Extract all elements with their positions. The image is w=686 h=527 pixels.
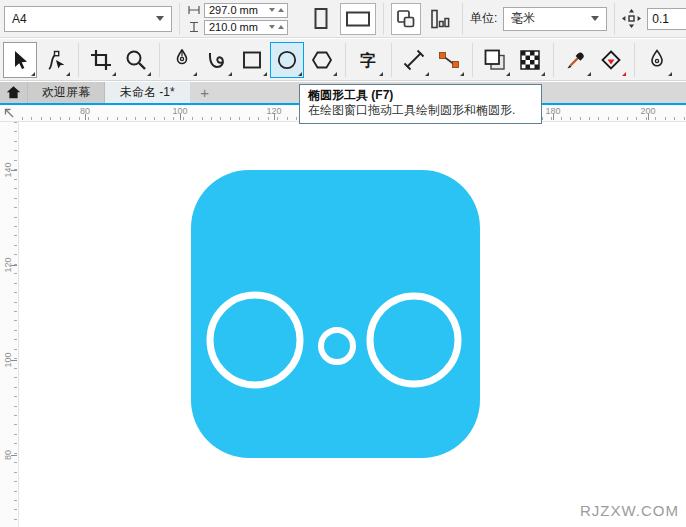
portrait-button[interactable] <box>306 3 336 35</box>
toolbar-separator <box>462 3 463 35</box>
page-width-field[interactable]: 297.0 mm <box>204 3 288 18</box>
ruler-label: 80 <box>2 442 14 468</box>
ruler-label: 120 <box>266 106 281 116</box>
property-bar: A4 297.0 mm 210.0 mm <box>0 0 686 38</box>
eyedropper-icon <box>565 49 587 71</box>
flyout-icon <box>263 72 267 76</box>
eyedropper-tool-button[interactable] <box>559 42 593 78</box>
height-spinner[interactable] <box>269 25 284 29</box>
flyout-icon <box>66 72 70 76</box>
toolbox-separator <box>159 43 160 77</box>
chevron-down-icon <box>156 16 164 21</box>
page-dimensions-group: 297.0 mm 210.0 mm <box>187 3 288 35</box>
connector-tool-button[interactable] <box>432 42 466 78</box>
all-pages-button[interactable] <box>391 3 421 35</box>
flyout-icon <box>112 72 116 76</box>
tooltip-description: 在绘图窗口拖动工具绘制圆形和椭圆形. <box>308 103 533 118</box>
watermark-text: RJZXW.COM <box>580 502 679 519</box>
tab-document-label: 未命名 -1* <box>120 84 175 101</box>
outline-pen-tool-button[interactable] <box>640 42 674 78</box>
page-height-icon <box>187 21 201 33</box>
nudge-distance-icon <box>622 9 641 28</box>
text-tool-button[interactable]: 字 <box>351 42 385 78</box>
new-document-tab-button[interactable]: + <box>190 82 220 103</box>
spin-down-icon <box>269 8 275 12</box>
tab-untitled-document[interactable]: 未命名 -1* <box>105 82 190 103</box>
ruler-origin-icon[interactable] <box>2 106 16 120</box>
flyout-icon <box>425 72 429 76</box>
landscape-button[interactable] <box>340 3 376 35</box>
page-size-select[interactable]: A4 <box>4 6 172 32</box>
rectangle-icon <box>241 49 263 71</box>
page-height-value: 210.0 mm <box>209 21 258 33</box>
tab-welcome-label: 欢迎屏幕 <box>42 84 90 101</box>
magnifier-icon <box>125 49 147 71</box>
drop-shadow-icon <box>484 49 506 71</box>
crop-tool-button[interactable] <box>84 42 118 78</box>
spin-up-icon <box>278 25 284 29</box>
drawing-canvas[interactable] <box>19 122 686 527</box>
flyout-icon <box>668 72 672 76</box>
cyan-rounded-square-artwork[interactable] <box>191 170 480 458</box>
curve-loop-icon <box>206 49 228 71</box>
flyout-icon <box>193 72 197 76</box>
home-tab[interactable] <box>0 82 27 103</box>
freehand-tool-button[interactable] <box>165 42 199 78</box>
checkerboard-icon <box>519 49 541 71</box>
flyout-icon <box>506 72 510 76</box>
shape-tool-button[interactable] <box>38 42 72 78</box>
tab-welcome-screen[interactable]: 欢迎屏幕 <box>27 82 105 103</box>
toolbar-separator <box>179 3 180 35</box>
flyout-icon <box>622 72 626 76</box>
vertical-ruler[interactable]: 140 120 100 80 <box>0 122 19 527</box>
flyout-icon <box>298 72 302 76</box>
plus-icon: + <box>200 84 209 101</box>
toolbar-separator <box>383 3 384 35</box>
ellipse-tool-button[interactable] <box>270 42 304 78</box>
toolbox-separator <box>472 43 473 77</box>
page-width-value: 297.0 mm <box>209 4 258 16</box>
pages-icon <box>396 9 416 29</box>
pick-tool-button[interactable] <box>3 42 37 78</box>
transparency-tool-button[interactable] <box>513 42 547 78</box>
flyout-icon <box>541 72 545 76</box>
nudge-distance-field[interactable]: 0.1 <box>647 8 686 30</box>
rectangle-tool-button[interactable] <box>235 42 269 78</box>
ruler-label: 180 <box>545 106 560 116</box>
ruler-label: 100 <box>172 106 187 116</box>
ruler-label: 140 <box>2 157 14 183</box>
page-width-icon <box>187 4 201 16</box>
spin-up-icon <box>278 8 284 12</box>
page-height-field[interactable]: 210.0 mm <box>204 20 288 35</box>
units-label: 单位: <box>470 10 497 27</box>
toolbox-separator <box>345 43 346 77</box>
rounded-square-shape[interactable] <box>191 170 480 458</box>
smart-fill-diamond-icon <box>600 49 622 71</box>
toolbox-separator <box>391 43 392 77</box>
ruler-label: 100 <box>2 347 14 373</box>
zoom-tool-button[interactable] <box>119 42 153 78</box>
page-dimensions-button[interactable] <box>425 3 455 35</box>
spin-down-icon <box>269 25 275 29</box>
crop-icon <box>90 49 112 71</box>
ruler-minor-ticks <box>14 122 17 527</box>
flyout-icon <box>31 72 35 76</box>
page-size-value: A4 <box>12 12 27 26</box>
nudge-value: 0.1 <box>652 12 669 26</box>
text-icon: 字 <box>357 49 379 71</box>
width-spinner[interactable] <box>269 8 284 12</box>
shadow-tool-button[interactable] <box>478 42 512 78</box>
smart-fill-tool-button[interactable] <box>594 42 628 78</box>
units-value: 毫米 <box>511 10 535 27</box>
pen-nib-icon <box>171 49 193 71</box>
bspline-tool-button[interactable] <box>200 42 234 78</box>
tooltip-title: 椭圆形工具 (F7) <box>308 88 533 103</box>
pick-arrow-icon <box>9 49 31 71</box>
shape-edit-icon <box>44 49 66 71</box>
ellipse-tool-tooltip: 椭圆形工具 (F7) 在绘图窗口拖动工具绘制圆形和椭圆形. <box>299 84 542 124</box>
ruler-label: 80 <box>80 106 90 116</box>
polygon-tool-button[interactable] <box>305 42 339 78</box>
dimension-tool-button[interactable] <box>397 42 431 78</box>
units-select[interactable]: 毫米 <box>503 7 607 31</box>
polygon-icon <box>311 49 333 71</box>
